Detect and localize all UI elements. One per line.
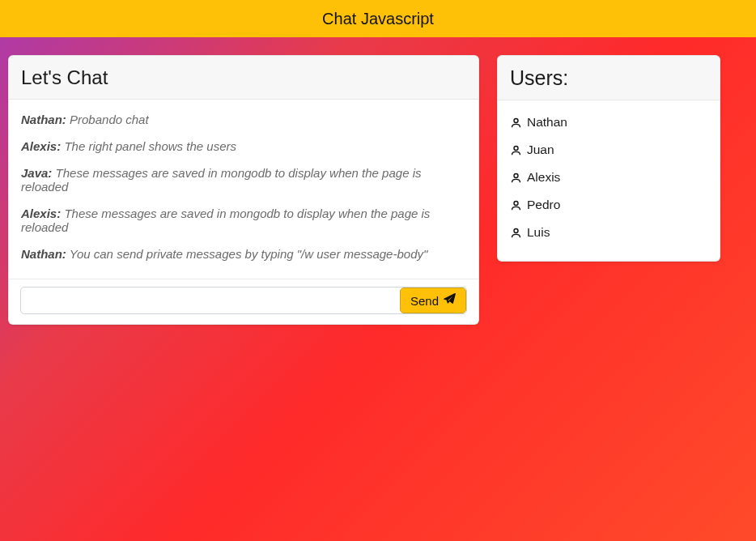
send-button-label: Send — [410, 294, 439, 308]
list-item: Alexis — [510, 164, 707, 191]
message-body: You can send private messages by typing … — [70, 247, 428, 261]
user-name: Pedro — [527, 198, 560, 212]
users-panel-title: Users: — [498, 56, 720, 100]
message-author: Nathan: — [21, 113, 66, 126]
svg-point-0 — [514, 118, 518, 122]
svg-point-4 — [514, 228, 518, 232]
svg-point-3 — [514, 201, 518, 205]
chat-messages: Nathan: Probando chat Alexis: The right … — [9, 100, 478, 279]
user-icon — [510, 227, 522, 239]
chat-message: Alexis: The right panel shows the users — [21, 133, 466, 160]
user-name: Nathan — [527, 115, 567, 130]
chat-message: Nathan: You can send private messages by… — [21, 241, 466, 267]
users-panel: Users: Nathan Juan Alexis Pedro Luis — [497, 55, 720, 262]
list-item: Nathan — [510, 109, 707, 136]
message-input[interactable] — [21, 288, 400, 313]
main-content: Let's Chat Nathan: Probando chat Alexis:… — [0, 37, 756, 325]
user-name: Alexis — [527, 170, 560, 185]
page-title: Chat Javascript — [322, 10, 434, 28]
message-body: Probando chat — [70, 113, 149, 126]
paper-plane-icon — [444, 293, 456, 308]
chat-panel-title: Let's Chat — [9, 56, 478, 100]
chat-footer: Send — [9, 279, 478, 324]
chat-message: Nathan: Probando chat — [21, 106, 466, 133]
list-item: Pedro — [510, 191, 707, 219]
svg-point-2 — [514, 173, 518, 177]
message-author: Alexis: — [21, 139, 61, 153]
chat-message: Alexis: These messages are saved in mong… — [21, 200, 466, 241]
user-icon — [510, 117, 522, 129]
message-body: These messages are saved in mongodb to d… — [21, 207, 430, 234]
users-list: Nathan Juan Alexis Pedro Luis — [498, 100, 720, 261]
chat-message: Java: These messages are saved in mongod… — [21, 160, 466, 200]
svg-point-1 — [514, 146, 518, 150]
user-icon — [510, 172, 522, 184]
list-item: Luis — [510, 219, 707, 246]
user-name: Juan — [527, 143, 554, 157]
message-body: These messages are saved in mongodb to d… — [21, 166, 422, 194]
page-header: Chat Javascript — [0, 0, 756, 37]
send-button[interactable]: Send — [400, 288, 466, 313]
message-body: The right panel shows the users — [64, 139, 236, 153]
message-author: Nathan: — [21, 247, 66, 261]
message-input-group: Send — [20, 287, 467, 314]
message-author: Alexis: — [21, 207, 61, 220]
chat-panel: Let's Chat Nathan: Probando chat Alexis:… — [8, 55, 479, 325]
message-author: Java: — [21, 166, 52, 180]
user-name: Luis — [527, 225, 550, 240]
list-item: Juan — [510, 136, 707, 164]
user-icon — [510, 144, 522, 156]
user-icon — [510, 199, 522, 211]
